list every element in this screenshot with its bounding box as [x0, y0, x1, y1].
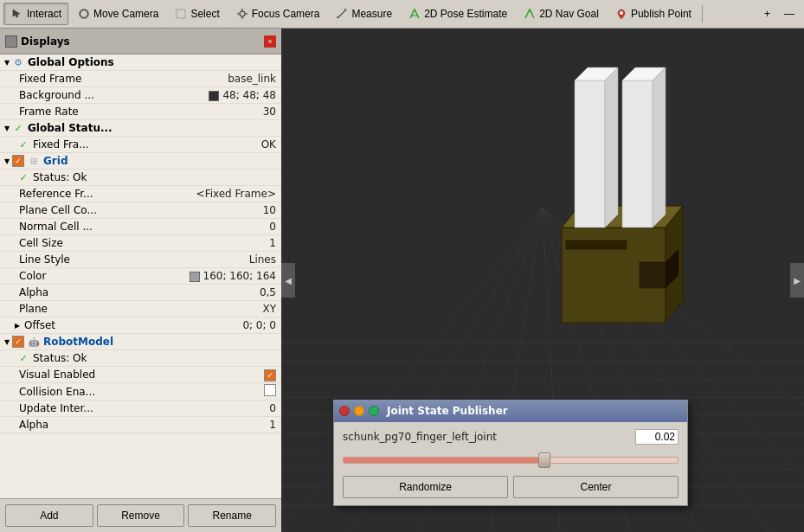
row-label: Line Style [17, 253, 249, 266]
left-collapse-arrow[interactable]: ◀ [281, 263, 295, 298]
left-panel: Displays × ▼ ⚙ Global Options Fixed Fram… [0, 29, 281, 532]
jsp-btn-row: Randomize Center [343, 476, 679, 498]
tree-row[interactable]: ▶ Offset 0; 0; 0 [0, 317, 281, 334]
tree-row[interactable]: Background ... 48; 48; 48 [0, 87, 281, 104]
publish-point-tool[interactable]: Publish Point [608, 3, 698, 25]
jsp-joint-value-input[interactable] [635, 429, 679, 445]
row-label: Update Inter... [17, 402, 269, 414]
expand-arrow[interactable]: ▶ [12, 320, 23, 330]
row-value: 0 [269, 221, 281, 233]
publish-point-icon [614, 7, 628, 21]
focus-camera-tool[interactable]: Focus Camera [228, 3, 327, 25]
toolbar-plus-btn[interactable]: + [758, 3, 776, 25]
measure-tool[interactable]: Measure [328, 3, 399, 25]
row-value: 160; 160; 164 [190, 270, 281, 282]
row-label: Status: Ok [31, 352, 281, 364]
interact-icon [10, 7, 24, 21]
2d-nav-tool[interactable]: 2D Nav Goal [516, 3, 606, 25]
row-value: XY [262, 303, 281, 315]
row-label: Global Statu... [26, 122, 281, 134]
2d-pose-icon [408, 7, 421, 21]
tree-row[interactable]: Fixed Frame base_link [0, 71, 281, 87]
collision-enabled-checkbox[interactable] [264, 384, 276, 396]
tree-row[interactable]: ✓ Fixed Fra... OK [0, 137, 281, 153]
tree-row[interactable]: ▼ ✓ ⊞ Grid [0, 153, 281, 170]
row-value [264, 384, 281, 399]
select-tool[interactable]: Select [167, 3, 226, 25]
tree-row[interactable]: ✓ Status: Ok [0, 170, 281, 186]
expand-arrow[interactable]: ▼ [2, 123, 12, 133]
svg-marker-39 [566, 240, 627, 249]
jsp-maximize-btn[interactable] [369, 406, 379, 416]
row-label: Color [17, 270, 190, 282]
interact-label: Interact [27, 8, 61, 20]
row-value: <Fixed Frame> [196, 188, 281, 200]
row-value: 30 [263, 106, 281, 118]
row-label: Background ... [17, 89, 209, 101]
jsp-dialog: Joint State Publisher schunk_pg70_finger… [333, 400, 688, 506]
robot-icon: 🤖 [28, 336, 40, 348]
expand-arrow[interactable]: ▼ [2, 156, 12, 166]
jsp-randomize-btn[interactable]: Randomize [343, 476, 508, 498]
expand-arrow[interactable]: ▼ [2, 57, 12, 67]
toolbar-minus-btn[interactable]: — [778, 3, 801, 25]
tree-row[interactable]: Visual Enabled ✓ [0, 367, 281, 383]
tree-row[interactable]: Line Style Lines [0, 252, 281, 268]
tree-row[interactable]: ✓ Status: Ok [0, 350, 281, 367]
tree-row[interactable]: Reference Fr... <Fixed Frame> [0, 186, 281, 202]
interact-tool[interactable]: Interact [3, 3, 68, 25]
row-label: Visual Enabled [17, 369, 264, 381]
monitor-icon [5, 35, 17, 48]
rename-button[interactable]: Rename [188, 504, 276, 527]
jsp-slider-thumb[interactable] [538, 452, 550, 468]
2d-pose-tool[interactable]: 2D Pose Estimate [401, 3, 514, 25]
tree-row[interactable]: ▼ ✓ 🤖 RobotModel [0, 334, 281, 350]
checkbox[interactable]: ✓ [12, 155, 24, 167]
row-label: Offset [23, 319, 242, 331]
tree-row[interactable]: Plane Cell Co... 10 [0, 202, 281, 219]
tree-row[interactable]: Update Inter... 0 [0, 401, 281, 417]
viewport[interactable]: ◀ ▶ Joint State Publisher schunk_pg70_fi… [281, 29, 804, 532]
checkbox[interactable]: ✓ [12, 336, 24, 348]
checkbox-icon[interactable]: ✓ [12, 336, 24, 348]
tree-row[interactable]: Cell Size 1 [0, 235, 281, 252]
2d-nav-label: 2D Nav Goal [539, 8, 599, 20]
expand-arrow[interactable]: ▼ [2, 337, 12, 347]
check-icon: ✓ [17, 138, 29, 151]
tree-row[interactable]: ▼ ✓ Global Statu... [0, 120, 281, 137]
tree-row[interactable]: Collision Ena... [0, 383, 281, 401]
tree-row[interactable]: ▼ ⚙ Global Options [0, 54, 281, 71]
jsp-close-btn[interactable] [339, 406, 350, 416]
tree-container: ▼ ⚙ Global Options Fixed Frame base_link… [0, 54, 281, 498]
svg-marker-31 [575, 80, 605, 228]
jsp-center-btn[interactable]: Center [513, 476, 679, 498]
jsp-minimize-btn[interactable] [354, 406, 364, 416]
visual-enabled-checkbox[interactable]: ✓ [264, 369, 276, 381]
robot-model-label: RobotModel [42, 336, 281, 348]
jsp-slider-container[interactable] [343, 452, 679, 469]
tree-row[interactable]: Frame Rate 30 [0, 104, 281, 120]
svg-marker-37 [640, 262, 666, 288]
move-camera-tool[interactable]: Move Camera [70, 3, 165, 25]
tree-row[interactable]: Color 160; 160; 164 [0, 268, 281, 285]
row-label: Alpha [17, 286, 260, 298]
focus-camera-icon [235, 7, 249, 21]
displays-close-btn[interactable]: × [264, 35, 276, 48]
toolbar-end: + — [758, 3, 801, 25]
measure-label: Measure [351, 8, 392, 20]
row-label: Fixed Frame [17, 73, 228, 85]
add-button[interactable]: Add [5, 504, 93, 527]
remove-button[interactable]: Remove [97, 504, 185, 527]
checkbox-icon[interactable]: ✓ [12, 155, 24, 167]
jsp-titlebar: Joint State Publisher [334, 400, 687, 422]
tree-row[interactable]: Alpha 0,5 [0, 285, 281, 301]
tree-row[interactable]: Alpha 1 [0, 417, 281, 433]
check-icon: ✓ [17, 171, 29, 183]
tree-row[interactable]: Plane XY [0, 301, 281, 317]
right-collapse-arrow[interactable]: ▶ [790, 263, 804, 298]
tree-row[interactable]: Normal Cell ... 0 [0, 219, 281, 235]
row-value: 0 [269, 402, 281, 414]
row-label: Fixed Fra... [31, 138, 261, 151]
gear-icon: ⚙ [12, 56, 24, 68]
bottom-buttons: Add Remove Rename [0, 498, 281, 532]
